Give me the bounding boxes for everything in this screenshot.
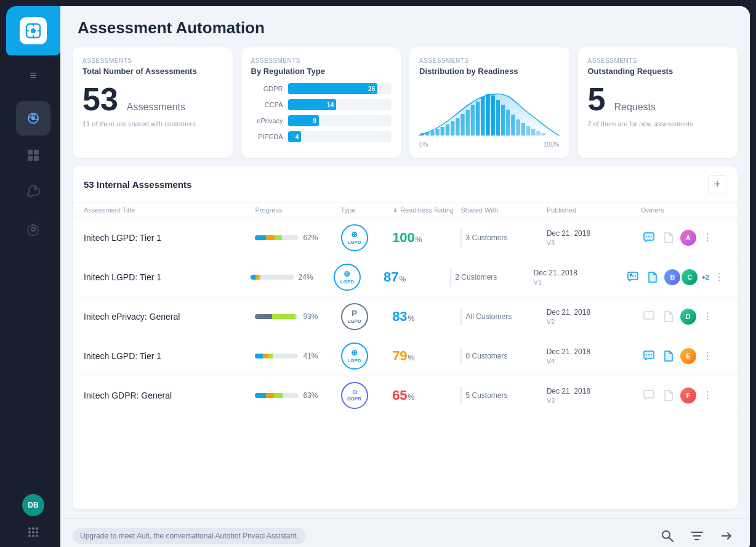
comment-icon-3[interactable] (641, 309, 657, 325)
bottom-bar: Upgrade to meet Auti, the conversational… (60, 518, 750, 547)
add-assessment-button[interactable]: + (708, 175, 726, 193)
distribution-section-label: Assessments (419, 57, 560, 64)
row-more-button-1[interactable]: ⋮ (700, 229, 715, 246)
actions-1 (641, 230, 677, 246)
cell-published-3: Dec 21, 2018 V2 (547, 308, 641, 325)
type-badge-eprivacy-3: P LGPD (341, 303, 368, 330)
cell-shared-2: 2 Customers (450, 268, 533, 286)
outstanding-number: 5 (588, 83, 606, 115)
sidebar-item-tools[interactable] (16, 175, 50, 209)
svg-rect-38 (521, 123, 525, 136)
svg-rect-7 (34, 156, 39, 161)
forward-button[interactable] (715, 525, 738, 547)
svg-rect-23 (446, 124, 449, 136)
search-button[interactable] (656, 525, 678, 547)
table-row: Initech GDPR: General 63% (73, 376, 738, 415)
sidebar-item-network[interactable] (16, 101, 50, 136)
table-title: 53 Internal Assessments (84, 179, 191, 190)
col-header-owners: Owners (641, 206, 726, 214)
owner-avatar-3: D (679, 307, 698, 326)
actions-3 (641, 309, 677, 325)
row-more-button-3[interactable]: ⋮ (700, 308, 715, 325)
distribution-axis: 0% 100% (419, 141, 560, 148)
filter-button[interactable] (686, 525, 708, 547)
regulation-bar-chart: GDPR 26 CCPA 14 (251, 83, 392, 142)
col-header-type: Type (341, 206, 393, 214)
svg-rect-25 (456, 118, 459, 136)
assessments-table: 53 Internal Assessments + Assessment Tit… (73, 166, 738, 509)
svg-point-17 (36, 535, 38, 537)
svg-point-1 (31, 28, 36, 33)
menu-toggle-button[interactable]: ≡ (6, 62, 60, 89)
comment-icon-1[interactable] (641, 230, 657, 246)
svg-point-58 (662, 531, 670, 538)
svg-rect-29 (476, 102, 480, 136)
svg-point-9 (28, 527, 31, 530)
bar-value-pipeda: 4 (296, 134, 299, 140)
type-badge-lgpd-2: ⊕ LGPD (334, 264, 361, 291)
comment-icon-2[interactable] (625, 269, 641, 285)
bar-fill-eprivacy: 9 (288, 115, 319, 126)
outstanding-card-title: Outstanding Requests (588, 67, 728, 76)
type-badge-gdpr-5: ⊙ GDPR (341, 382, 368, 409)
row-more-button-5[interactable]: ⋮ (700, 387, 715, 403)
svg-rect-40 (531, 129, 535, 136)
file-icon-5[interactable] (661, 387, 677, 403)
cell-assessment-2: Initech LGPD: Tier 1 (84, 272, 251, 283)
owner-avatar-1: A (679, 229, 698, 247)
owner-avatar-2a: B (663, 268, 682, 286)
cell-type-5: ⊙ GDPR (341, 382, 393, 409)
svg-point-16 (32, 535, 34, 537)
cell-owners-5: F ⋮ (641, 386, 726, 405)
svg-rect-18 (420, 133, 424, 136)
type-badge-lgpd-4: ⊕ LGPD (341, 342, 368, 370)
bar-label-eprivacy: ePrivacy (251, 117, 283, 124)
svg-rect-19 (425, 132, 429, 136)
cell-type-1: ⊕ LGPD (341, 224, 393, 251)
comment-icon-5[interactable] (641, 387, 657, 403)
chatbot-bubble: Upgrade to meet Auti, the conversational… (73, 528, 306, 544)
svg-point-55 (648, 354, 649, 355)
svg-rect-37 (516, 120, 520, 136)
bar-track-pipeda: 4 (288, 131, 392, 142)
row-more-button-2[interactable]: ⋮ (712, 269, 726, 285)
sidebar-item-settings[interactable] (16, 212, 50, 246)
cell-assessment-4: Initech LGPD: Tier 1 (84, 350, 255, 362)
cell-shared-1: 3 Customers (460, 229, 546, 247)
svg-rect-24 (451, 121, 454, 136)
file-icon-4[interactable] (661, 348, 677, 364)
comment-icon-4[interactable] (641, 348, 657, 364)
cell-progress-5: 63% (255, 391, 340, 400)
sidebar-item-dashboard[interactable] (16, 138, 50, 172)
table-row: Initech LGPD: Tier 1 62% (73, 218, 738, 257)
cell-readiness-1: 100 % (392, 230, 460, 246)
total-unit: Assessments (127, 102, 185, 113)
cell-owners-2: B C +2 ⋮ (625, 268, 726, 286)
file-icon-3[interactable] (661, 309, 677, 325)
bar-row-pipeda: PIPEDA 4 (251, 131, 392, 142)
sidebar-logo (6, 6, 60, 55)
cell-published-1: Dec 21, 2018 V3 (547, 229, 641, 246)
total-number: 53 (82, 83, 118, 115)
svg-rect-42 (541, 133, 545, 136)
owners-more-2: +2 (701, 274, 709, 281)
actions-4 (641, 348, 677, 364)
file-icon-1[interactable] (661, 230, 677, 246)
file-icon-2[interactable] (645, 269, 661, 285)
svg-point-15 (28, 535, 31, 537)
svg-point-8 (31, 227, 35, 231)
cell-type-3: P LGPD (341, 303, 393, 330)
bottom-icons (656, 525, 738, 547)
apps-grid-button[interactable] (22, 521, 44, 543)
svg-point-12 (28, 531, 31, 533)
user-avatar[interactable]: DB (22, 494, 44, 516)
row-more-button-4[interactable]: ⋮ (700, 347, 715, 364)
bar-row-gdpr: GDPR 26 (251, 83, 392, 94)
distribution-card-title: Distribution by Readiness (419, 67, 560, 76)
svg-rect-26 (460, 114, 464, 136)
stat-card-distribution: Assessments Distribution by Readiness (409, 47, 569, 158)
cell-readiness-4: 79 % (392, 348, 460, 364)
cell-type-4: ⊕ LGPD (341, 342, 393, 370)
svg-rect-35 (506, 110, 510, 136)
svg-rect-41 (536, 131, 540, 136)
